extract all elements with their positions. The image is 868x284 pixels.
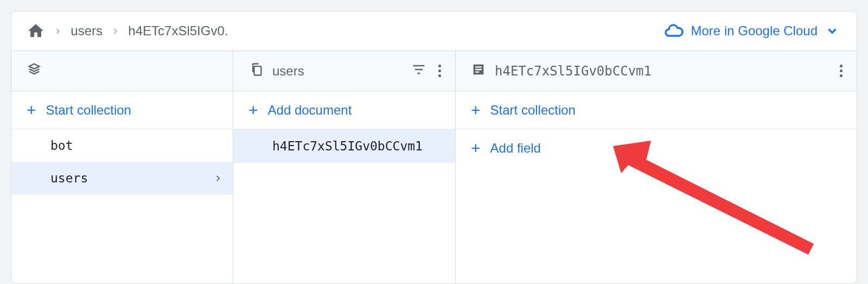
chevron-right-icon: › (214, 171, 222, 186)
chevron-right-icon: › (113, 24, 117, 38)
more-menu-icon[interactable] (435, 61, 444, 80)
root-column: + Start collection bot users › (11, 51, 233, 283)
breadcrumb-item[interactable]: h4ETc7xSl5IGv0. (128, 23, 228, 39)
start-subcollection-button[interactable]: + Start collection (456, 91, 857, 129)
home-icon[interactable] (27, 22, 45, 40)
breadcrumb-item[interactable]: users (71, 23, 103, 39)
more-in-google-cloud-button[interactable]: More in Google Cloud (664, 21, 839, 41)
breadcrumb: › users › h4ETc7xSl5IGv0. (27, 22, 228, 40)
more-menu-icon[interactable] (837, 61, 846, 80)
chevron-right-icon: › (56, 24, 60, 38)
root-column-header (11, 51, 233, 91)
plus-icon: + (471, 102, 481, 118)
plus-icon: + (27, 102, 36, 118)
collection-icon (248, 62, 264, 80)
collection-item[interactable]: users › (11, 162, 233, 194)
document-column-header: h4ETc7xSl5IGv0bCCvm1 (456, 51, 857, 91)
columns: + Start collection bot users › users (11, 51, 857, 283)
collection-item-name: bot (50, 138, 73, 153)
collection-title: users (272, 64, 304, 79)
collection-column: users + Add document h4ETc7xSl5IGv0bCCvm… (233, 51, 456, 283)
plus-icon: + (248, 102, 258, 118)
start-collection-label: Start collection (46, 103, 131, 118)
start-collection-button[interactable]: + Start collection (11, 91, 233, 129)
add-document-button[interactable]: + Add document (233, 91, 455, 129)
collection-item-name: users (50, 171, 88, 185)
root-icon (27, 62, 42, 80)
document-item[interactable]: h4ETc7xSl5IGv0bCCvm1 (233, 129, 455, 163)
plus-icon: + (471, 140, 481, 156)
document-column: h4ETc7xSl5IGv0bCCvm1 + Start collection … (456, 51, 857, 283)
start-subcollection-label: Start collection (490, 103, 576, 118)
firestore-panel: › users › h4ETc7xSl5IGv0. More in Google… (11, 11, 857, 284)
chevron-down-icon (825, 24, 839, 38)
cloud-icon (664, 21, 684, 41)
add-field-label: Add field (490, 141, 541, 156)
more-cloud-label: More in Google Cloud (691, 23, 818, 39)
add-document-label: Add document (268, 103, 352, 118)
collection-column-header: users (233, 51, 455, 91)
document-title: h4ETc7xSl5IGv0bCCvm1 (495, 64, 652, 79)
document-item-id: h4ETc7xSl5IGv0bCCvm1 (272, 139, 423, 153)
breadcrumb-bar: › users › h4ETc7xSl5IGv0. More in Google… (11, 11, 857, 51)
filter-icon[interactable] (411, 62, 426, 80)
collection-item[interactable]: bot (11, 129, 233, 162)
document-icon (471, 62, 486, 80)
add-field-button[interactable]: + Add field (456, 129, 857, 167)
